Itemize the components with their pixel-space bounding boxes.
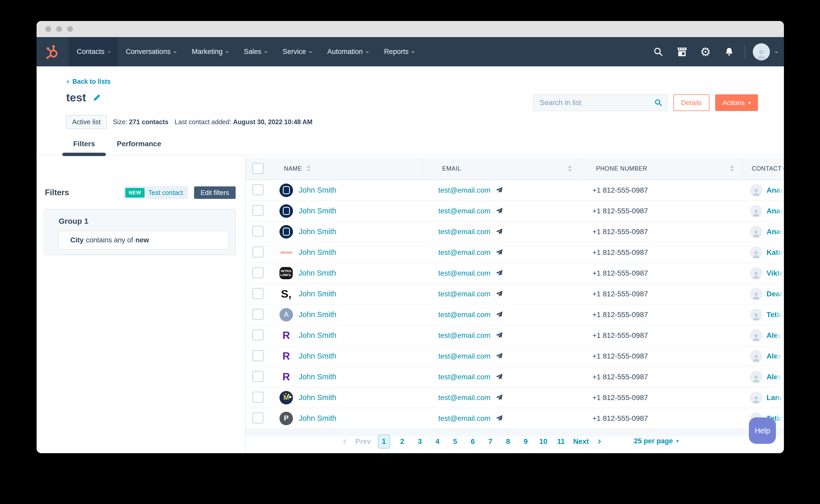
row-checkbox[interactable] xyxy=(253,205,264,216)
test-contact-button[interactable]: NEW Test contact xyxy=(124,186,188,199)
contact-email-link[interactable]: test@email.com xyxy=(438,373,490,381)
send-email-icon[interactable] xyxy=(495,290,503,298)
page-button-2[interactable]: 2 xyxy=(397,435,408,449)
contact-owner-link[interactable]: Lana xyxy=(767,394,783,402)
nav-item-sales[interactable]: Sales xyxy=(236,37,275,66)
page-button-1[interactable]: 1 xyxy=(378,435,390,449)
contact-email-link[interactable]: test@email.com xyxy=(438,331,490,340)
hubspot-logo-icon[interactable] xyxy=(37,37,69,66)
per-page-dropdown[interactable]: 25 per page ▾ xyxy=(634,437,679,445)
nav-item-automation[interactable]: Automation xyxy=(319,37,376,66)
page-button-4[interactable]: 4 xyxy=(432,435,443,449)
contact-owner-link[interactable]: Tetia xyxy=(767,311,783,319)
contact-email-link[interactable]: test@email.com xyxy=(438,311,490,319)
row-checkbox[interactable] xyxy=(253,226,264,237)
contact-owner-link[interactable]: Katie xyxy=(767,248,784,257)
marketplace-icon[interactable] xyxy=(670,47,694,57)
prev-page-button[interactable]: Prev xyxy=(355,437,371,446)
contact-name-link[interactable]: John Smith xyxy=(299,310,336,319)
window-control-dot[interactable] xyxy=(67,26,73,32)
help-button[interactable]: Help xyxy=(749,417,776,444)
send-email-icon[interactable] xyxy=(495,248,503,256)
actions-button[interactable]: Actions ▾ xyxy=(715,94,758,111)
page-button-10[interactable]: 10 xyxy=(538,435,549,449)
contact-name-link[interactable]: John Smith xyxy=(299,373,336,381)
row-checkbox[interactable] xyxy=(253,371,264,382)
contact-email-link[interactable]: test@email.com xyxy=(438,228,490,236)
contact-owner-link[interactable]: Anas xyxy=(767,228,784,236)
sort-email-icon[interactable] xyxy=(568,165,572,172)
sort-name-icon[interactable] xyxy=(307,165,310,172)
contact-name-link[interactable]: John Smith xyxy=(299,269,336,277)
contact-owner-link[interactable]: Alex xyxy=(767,331,782,340)
back-to-lists-link[interactable]: Back to lists xyxy=(67,78,110,85)
contact-email-link[interactable]: test@email.com xyxy=(438,186,490,194)
sort-phone-icon[interactable] xyxy=(730,165,734,172)
send-email-icon[interactable] xyxy=(495,311,503,319)
contact-name-link[interactable]: John Smith xyxy=(299,352,336,360)
send-email-icon[interactable] xyxy=(495,228,503,236)
nav-item-service[interactable]: Service xyxy=(275,37,319,66)
contact-email-link[interactable]: test@email.com xyxy=(438,414,490,423)
contact-email-link[interactable]: test@email.com xyxy=(438,248,490,257)
edit-filters-button[interactable]: Edit filters xyxy=(194,186,236,199)
send-email-icon[interactable] xyxy=(495,373,503,381)
send-email-icon[interactable] xyxy=(495,394,503,402)
nav-item-conversations[interactable]: Conversations xyxy=(118,37,184,66)
contact-owner-link[interactable]: Anas xyxy=(767,207,784,215)
page-button-3[interactable]: 3 xyxy=(414,435,425,449)
contact-name-link[interactable]: John Smith xyxy=(299,248,336,257)
contact-owner-link[interactable]: Anas xyxy=(767,186,784,194)
row-checkbox[interactable] xyxy=(253,350,264,361)
contact-email-link[interactable]: test@email.com xyxy=(438,394,490,402)
contact-owner-link[interactable]: Alex xyxy=(767,352,782,360)
page-button-6[interactable]: 6 xyxy=(467,435,478,449)
row-checkbox[interactable] xyxy=(253,267,264,278)
user-avatar[interactable] xyxy=(753,43,770,60)
contact-name-link[interactable]: John Smith xyxy=(299,393,336,402)
column-header-email[interactable]: EMAIL xyxy=(442,165,461,172)
details-button[interactable]: Details xyxy=(674,94,710,111)
select-all-checkbox[interactable] xyxy=(253,163,264,174)
contact-email-link[interactable]: test@email.com xyxy=(438,352,490,360)
send-email-icon[interactable] xyxy=(495,207,503,215)
row-checkbox[interactable] xyxy=(253,247,264,257)
contact-owner-link[interactable]: Vikto xyxy=(767,269,784,277)
column-header-owner[interactable]: CONTACT OWNER xyxy=(752,165,784,172)
contact-email-link[interactable]: test@email.com xyxy=(438,207,490,215)
edit-title-pencil-icon[interactable] xyxy=(93,93,101,102)
page-button-9[interactable]: 9 xyxy=(520,435,531,449)
next-chevron-icon[interactable] xyxy=(595,440,602,443)
row-checkbox[interactable] xyxy=(253,330,264,340)
window-control-dot[interactable] xyxy=(45,26,51,32)
column-header-name[interactable]: NAME xyxy=(284,165,302,172)
page-button-11[interactable]: 11 xyxy=(555,435,566,449)
settings-icon[interactable]: ⚙ xyxy=(694,46,717,58)
next-page-button[interactable]: Next xyxy=(573,437,589,446)
notifications-icon[interactable] xyxy=(717,47,741,57)
account-chevron-down-icon[interactable] xyxy=(775,50,777,54)
contact-email-link[interactable]: test@email.com xyxy=(438,290,490,298)
nav-item-marketing[interactable]: Marketing xyxy=(184,37,236,66)
search-in-list-input[interactable] xyxy=(533,94,668,111)
contact-name-link[interactable]: John Smith xyxy=(299,414,336,423)
contact-name-link[interactable]: John Smith xyxy=(299,227,336,236)
page-button-5[interactable]: 5 xyxy=(450,435,461,449)
contact-name-link[interactable]: John Smith xyxy=(299,207,336,215)
send-email-icon[interactable] xyxy=(495,352,503,360)
row-checkbox[interactable] xyxy=(253,309,264,320)
tab-filters[interactable]: Filters xyxy=(62,140,106,155)
send-email-icon[interactable] xyxy=(495,331,503,339)
filter-condition[interactable]: City contains any of new xyxy=(59,231,229,249)
row-checkbox[interactable] xyxy=(253,392,264,403)
contact-name-link[interactable]: John Smith xyxy=(299,331,336,340)
send-email-icon[interactable] xyxy=(495,414,503,422)
nav-item-contacts[interactable]: Contacts xyxy=(69,37,118,66)
send-email-icon[interactable] xyxy=(495,186,503,194)
search-icon[interactable] xyxy=(647,47,670,57)
window-control-dot[interactable] xyxy=(56,26,62,32)
page-button-8[interactable]: 8 xyxy=(503,435,513,449)
row-checkbox[interactable] xyxy=(253,412,264,423)
tab-performance[interactable]: Performance xyxy=(106,140,172,155)
contact-owner-link[interactable]: Dead xyxy=(767,290,784,298)
